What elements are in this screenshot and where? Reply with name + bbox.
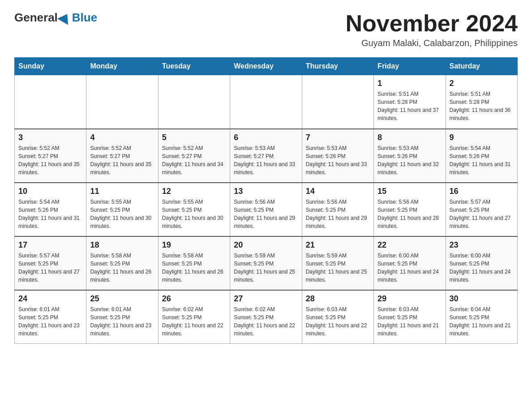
calendar-cell: 29Sunrise: 6:03 AMSunset: 5:25 PMDayligh… (374, 290, 446, 344)
day-number: 30 (450, 294, 514, 304)
day-info: Sunrise: 5:52 AMSunset: 5:27 PMDaylight:… (90, 144, 154, 176)
page-header: General Blue November 2024 Guyam Malaki,… (14, 11, 518, 48)
calendar-cell: 17Sunrise: 5:57 AMSunset: 5:25 PMDayligh… (15, 236, 86, 290)
day-number: 12 (162, 187, 226, 196)
day-info: Sunrise: 6:03 AMSunset: 5:25 PMDaylight:… (378, 305, 442, 338)
day-number: 16 (450, 187, 514, 196)
day-info: Sunrise: 6:04 AMSunset: 5:25 PMDaylight:… (450, 305, 514, 338)
calendar-table: SundayMondayTuesdayWednesdayThursdayFrid… (14, 57, 518, 344)
week-row-1: 1Sunrise: 5:51 AMSunset: 5:28 PMDaylight… (15, 75, 518, 129)
day-number: 7 (306, 133, 370, 142)
weekday-header-friday: Friday (374, 58, 446, 75)
weekday-header-saturday: Saturday (446, 58, 517, 75)
calendar-cell: 8Sunrise: 5:53 AMSunset: 5:26 PMDaylight… (374, 129, 446, 183)
calendar-cell: 24Sunrise: 6:01 AMSunset: 5:25 PMDayligh… (15, 290, 86, 344)
calendar-cell (302, 75, 373, 129)
day-number: 9 (450, 133, 514, 142)
day-info: Sunrise: 6:00 AMSunset: 5:25 PMDaylight:… (378, 252, 442, 284)
week-row-3: 10Sunrise: 5:54 AMSunset: 5:26 PMDayligh… (15, 183, 518, 236)
day-number: 15 (378, 187, 442, 196)
calendar-cell: 30Sunrise: 6:04 AMSunset: 5:25 PMDayligh… (446, 290, 517, 344)
day-info: Sunrise: 5:51 AMSunset: 5:28 PMDaylight:… (450, 90, 514, 122)
day-number: 11 (90, 187, 154, 196)
calendar-cell: 13Sunrise: 5:56 AMSunset: 5:25 PMDayligh… (230, 183, 302, 236)
calendar-cell: 12Sunrise: 5:55 AMSunset: 5:25 PMDayligh… (158, 183, 230, 236)
week-row-4: 17Sunrise: 5:57 AMSunset: 5:25 PMDayligh… (15, 236, 518, 290)
day-info: Sunrise: 5:59 AMSunset: 5:25 PMDaylight:… (306, 252, 370, 284)
day-number: 26 (162, 294, 226, 304)
day-number: 21 (306, 240, 370, 250)
location-title: Guyam Malaki, Calabarzon, Philippines (346, 38, 518, 48)
day-info: Sunrise: 5:52 AMSunset: 5:27 PMDaylight:… (162, 144, 226, 176)
calendar-cell: 9Sunrise: 5:54 AMSunset: 5:26 PMDaylight… (446, 129, 517, 183)
logo-general-text: General (14, 11, 58, 25)
day-info: Sunrise: 5:53 AMSunset: 5:26 PMDaylight:… (306, 144, 370, 176)
calendar-cell: 20Sunrise: 5:59 AMSunset: 5:25 PMDayligh… (230, 236, 302, 290)
calendar-cell: 28Sunrise: 6:03 AMSunset: 5:25 PMDayligh… (302, 290, 373, 344)
day-number: 14 (306, 187, 370, 196)
calendar-cell (230, 75, 302, 129)
weekday-header-wednesday: Wednesday (230, 58, 302, 75)
day-number: 6 (234, 133, 298, 142)
day-info: Sunrise: 5:51 AMSunset: 5:28 PMDaylight:… (378, 90, 442, 122)
calendar-cell: 14Sunrise: 5:56 AMSunset: 5:25 PMDayligh… (302, 183, 373, 236)
calendar-cell: 10Sunrise: 5:54 AMSunset: 5:26 PMDayligh… (15, 183, 86, 236)
calendar-cell: 3Sunrise: 5:52 AMSunset: 5:27 PMDaylight… (15, 129, 86, 183)
day-number: 19 (162, 240, 226, 250)
day-info: Sunrise: 6:03 AMSunset: 5:25 PMDaylight:… (306, 305, 370, 338)
day-number: 4 (90, 133, 154, 142)
day-info: Sunrise: 6:01 AMSunset: 5:25 PMDaylight:… (18, 305, 82, 338)
logo: General Blue (14, 11, 97, 25)
day-number: 13 (234, 187, 298, 196)
day-number: 28 (306, 294, 370, 304)
day-info: Sunrise: 5:54 AMSunset: 5:26 PMDaylight:… (450, 144, 514, 176)
day-number: 17 (18, 240, 82, 250)
calendar-cell (158, 75, 230, 129)
calendar-cell: 1Sunrise: 5:51 AMSunset: 5:28 PMDaylight… (374, 75, 446, 129)
day-number: 29 (378, 294, 442, 304)
calendar-cell (86, 75, 158, 129)
week-row-5: 24Sunrise: 6:01 AMSunset: 5:25 PMDayligh… (15, 290, 518, 344)
day-info: Sunrise: 5:57 AMSunset: 5:25 PMDaylight:… (450, 198, 514, 230)
calendar-cell: 18Sunrise: 5:58 AMSunset: 5:25 PMDayligh… (86, 236, 158, 290)
day-info: Sunrise: 5:55 AMSunset: 5:25 PMDaylight:… (162, 198, 226, 230)
day-number: 2 (450, 79, 514, 88)
calendar-cell (15, 75, 86, 129)
day-number: 8 (378, 133, 442, 142)
day-info: Sunrise: 5:59 AMSunset: 5:25 PMDaylight:… (234, 252, 298, 284)
day-info: Sunrise: 6:02 AMSunset: 5:25 PMDaylight:… (234, 305, 298, 338)
calendar-cell: 19Sunrise: 5:58 AMSunset: 5:25 PMDayligh… (158, 236, 230, 290)
day-info: Sunrise: 6:02 AMSunset: 5:25 PMDaylight:… (162, 305, 226, 338)
title-area: November 2024 Guyam Malaki, Calabarzon, … (346, 11, 518, 48)
day-info: Sunrise: 5:53 AMSunset: 5:27 PMDaylight:… (234, 144, 298, 176)
day-number: 1 (378, 79, 442, 88)
calendar-cell: 2Sunrise: 5:51 AMSunset: 5:28 PMDaylight… (446, 75, 517, 129)
day-number: 18 (90, 240, 154, 250)
day-number: 25 (90, 294, 154, 304)
weekday-header-thursday: Thursday (302, 58, 373, 75)
calendar-cell: 6Sunrise: 5:53 AMSunset: 5:27 PMDaylight… (230, 129, 302, 183)
day-info: Sunrise: 5:58 AMSunset: 5:25 PMDaylight:… (162, 252, 226, 284)
day-number: 23 (450, 240, 514, 250)
calendar-cell: 23Sunrise: 6:00 AMSunset: 5:25 PMDayligh… (446, 236, 517, 290)
calendar-cell: 5Sunrise: 5:52 AMSunset: 5:27 PMDaylight… (158, 129, 230, 183)
logo-blue-text: Blue (72, 11, 97, 25)
day-info: Sunrise: 5:56 AMSunset: 5:25 PMDaylight:… (378, 198, 442, 230)
calendar-cell: 7Sunrise: 5:53 AMSunset: 5:26 PMDaylight… (302, 129, 373, 183)
calendar-cell: 22Sunrise: 6:00 AMSunset: 5:25 PMDayligh… (374, 236, 446, 290)
weekday-header-sunday: Sunday (15, 58, 86, 75)
day-number: 20 (234, 240, 298, 250)
day-info: Sunrise: 5:56 AMSunset: 5:25 PMDaylight:… (306, 198, 370, 230)
day-info: Sunrise: 5:58 AMSunset: 5:25 PMDaylight:… (90, 252, 154, 284)
calendar-cell: 25Sunrise: 6:01 AMSunset: 5:25 PMDayligh… (86, 290, 158, 344)
weekday-header-tuesday: Tuesday (158, 58, 230, 75)
weekday-header-row: SundayMondayTuesdayWednesdayThursdayFrid… (15, 58, 518, 75)
day-number: 27 (234, 294, 298, 304)
calendar-cell: 27Sunrise: 6:02 AMSunset: 5:25 PMDayligh… (230, 290, 302, 344)
day-number: 10 (18, 187, 82, 196)
day-number: 24 (18, 294, 82, 304)
calendar-cell: 16Sunrise: 5:57 AMSunset: 5:25 PMDayligh… (446, 183, 517, 236)
day-number: 3 (18, 133, 82, 142)
day-info: Sunrise: 6:00 AMSunset: 5:25 PMDaylight:… (450, 252, 514, 284)
day-info: Sunrise: 5:53 AMSunset: 5:26 PMDaylight:… (378, 144, 442, 176)
